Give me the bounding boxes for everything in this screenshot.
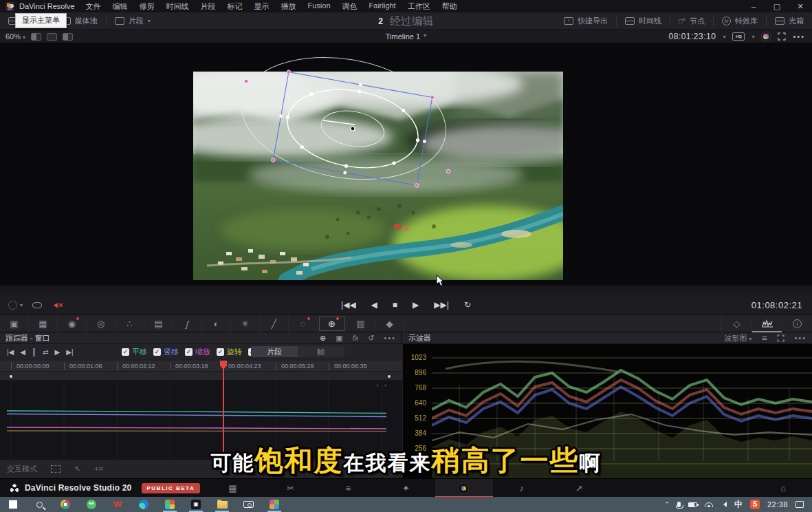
camera-raw-icon[interactable]: ▣ — [0, 315, 29, 332]
play-reverse-button[interactable]: ◀ — [371, 300, 377, 310]
menu-edit[interactable]: 编辑 — [113, 1, 128, 12]
wechat-app-icon[interactable] — [78, 497, 105, 512]
capcut-app-icon[interactable]: ▣ — [183, 497, 209, 512]
stop-button[interactable]: ■ — [393, 300, 397, 310]
checkbox-tilt[interactable]: ✓竖移 — [153, 347, 179, 357]
page-tab-fairlight[interactable]: ♪ — [493, 479, 551, 498]
magic-mask-icon[interactable]: ▥ — [347, 315, 375, 332]
menu-clip[interactable]: 片段 — [201, 1, 216, 12]
curves-icon[interactable]: ʃ — [173, 315, 202, 332]
colorful-x-app-icon[interactable] — [157, 497, 183, 512]
tab-clip[interactable]: 片段 — [251, 346, 298, 357]
menu-playback[interactable]: 播放 — [281, 1, 296, 12]
go-to-end-button[interactable]: ▶▶| — [434, 300, 449, 310]
3d-qualifier-icon[interactable]: ✳ — [231, 315, 260, 332]
track-reverse-to-start-button[interactable]: |◀ — [7, 348, 14, 356]
menu-workspace[interactable]: 工作区 — [408, 1, 430, 12]
track-one-frame-forward-button[interactable]: ▶ — [54, 348, 60, 356]
keyframe-nav-icons[interactable]: ‹ › — [377, 382, 389, 389]
scope-mode-select[interactable]: 波形图 ▾ — [724, 333, 751, 343]
reset-icon[interactable]: ↺ — [368, 334, 374, 343]
menu-fairlight[interactable]: Fairlight — [369, 1, 396, 12]
loop-button[interactable]: ↻ — [464, 300, 471, 310]
tab-frame[interactable]: 帧 — [298, 346, 344, 357]
wifi-tray-icon[interactable] — [705, 502, 713, 507]
nodes-panel-button[interactable]: □° 节点 — [670, 12, 713, 30]
menu-trim[interactable]: 修剪 — [140, 1, 155, 12]
page-tab-media[interactable]: ▦ — [204, 479, 262, 498]
checkbox-zoom[interactable]: ✓缩放 — [185, 347, 210, 357]
expand-scope-icon[interactable] — [777, 334, 784, 342]
play-button[interactable]: ▶ — [413, 300, 419, 310]
lightbox-button[interactable]: 光箱 — [767, 12, 812, 30]
page-tab-deliver[interactable]: ➚ — [551, 479, 608, 498]
tracker-options-icon[interactable]: ••• — [384, 334, 396, 342]
taskbar-search-button[interactable] — [26, 497, 52, 512]
scope-settings-icon[interactable]: ≊ — [761, 334, 767, 343]
volume-tray-icon[interactable] — [721, 502, 727, 507]
taskbar-clock[interactable]: 22:38 — [767, 500, 788, 509]
menu-mark[interactable]: 标记 — [228, 1, 243, 12]
file-explorer-icon[interactable] — [209, 497, 235, 512]
rgb-mixer-icon[interactable]: ∴ — [116, 315, 144, 332]
project-home-icon[interactable]: ⌂ — [780, 483, 786, 493]
track-one-frame-reverse-button[interactable]: ◀ — [20, 348, 25, 356]
keyframe-dot[interactable] — [388, 375, 391, 378]
start-button[interactable] — [0, 497, 26, 512]
hidden-icons-chevron[interactable]: ⌃ — [664, 501, 670, 508]
close-button[interactable]: ✕ — [789, 0, 812, 12]
checkbox-rotate[interactable]: ✓旋转 — [217, 347, 242, 357]
timeline-selector[interactable]: Timeline 1 ▾ — [0, 32, 812, 41]
davinci-logo-icon[interactable] — [6, 2, 14, 11]
battery-tray-icon[interactable] — [688, 502, 697, 507]
menu-fusion[interactable]: Fusion — [308, 1, 331, 12]
hdr-grade-icon[interactable]: ◎ — [87, 315, 116, 332]
maximize-button[interactable]: ▢ — [765, 0, 789, 12]
track-target-icon[interactable]: ⊕ — [320, 334, 326, 343]
qualifier-icon[interactable]: ◐ — [202, 315, 231, 332]
track-forward-to-end-button[interactable]: ▶| — [66, 348, 73, 356]
menu-file[interactable]: 文件 — [86, 1, 101, 12]
video-frame[interactable] — [193, 72, 563, 280]
scope-options-icon[interactable]: ••• — [794, 334, 806, 342]
power-window-icon[interactable]: ◌ — [289, 315, 318, 332]
scopes-icon[interactable] — [751, 315, 782, 332]
keyframe-dot[interactable] — [10, 375, 12, 378]
track-bidirectional-button[interactable]: ⇄ — [43, 348, 48, 356]
notification-center-icon[interactable] — [795, 501, 804, 508]
tracker-ruler[interactable]: 00:00:00:00 00:00:01:06 00:00:02:12 00:0… — [0, 361, 402, 372]
chrome-app-icon[interactable] — [52, 497, 78, 512]
go-to-start-button[interactable]: |◀◀ — [341, 300, 356, 310]
tracker-icon[interactable]: ⊕ — [318, 315, 347, 332]
blur-icon[interactable]: ◆ — [375, 315, 404, 332]
wps-app-icon[interactable]: W — [105, 497, 131, 512]
microphone-tray-icon[interactable] — [677, 502, 681, 507]
clips-button[interactable]: 片段 ▾ — [107, 12, 159, 30]
keyframes-icon[interactable]: ◇ — [721, 315, 751, 332]
pause-button[interactable]: ║ — [32, 348, 36, 356]
projector-app-icon[interactable] — [235, 497, 261, 512]
fx-tracker-icon[interactable]: fx — [353, 334, 359, 342]
edge-app-icon[interactable] — [131, 497, 157, 512]
keyframe-track[interactable] — [0, 372, 402, 381]
menu-timeline[interactable]: 时间线 — [166, 1, 189, 12]
menu-color[interactable]: 调色 — [342, 1, 358, 12]
checkbox-pan[interactable]: ✓平移 — [122, 347, 147, 357]
page-tab-cut[interactable]: ✂ — [262, 479, 320, 498]
sogou-ime-icon[interactable]: S — [750, 500, 760, 509]
effects-library-button[interactable]: fx 特效库 — [714, 12, 766, 30]
page-tab-color[interactable] — [435, 479, 493, 498]
page-tab-fusion[interactable]: ✦ — [377, 479, 435, 498]
menu-help[interactable]: 帮助 — [442, 1, 457, 12]
timeline-panel-button[interactable]: 时间线 — [617, 12, 670, 30]
eyedropper-icon[interactable]: ╱ — [260, 315, 289, 332]
cloud-tracker-icon[interactable]: ▣ — [336, 334, 342, 343]
photos-app-icon[interactable] — [261, 497, 287, 512]
menu-view[interactable]: 显示 — [254, 1, 270, 12]
info-icon[interactable]: i — [782, 315, 812, 332]
color-wheels-icon[interactable]: ◉ — [58, 315, 87, 332]
color-match-icon[interactable]: ▦ — [29, 315, 58, 332]
minimize-button[interactable]: – — [742, 0, 765, 12]
motion-effects-icon[interactable]: ▤ — [144, 315, 173, 332]
input-method-indicator[interactable]: 中 — [734, 499, 743, 511]
